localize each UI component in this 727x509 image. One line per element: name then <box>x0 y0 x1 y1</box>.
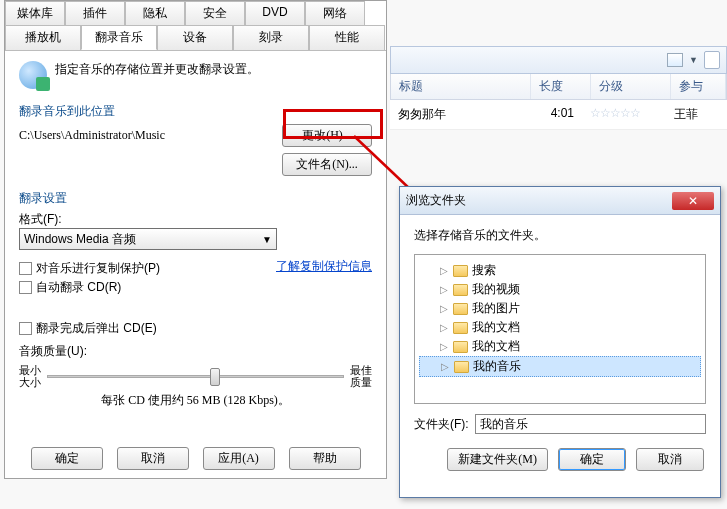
checkbox-eject[interactable] <box>19 322 32 335</box>
group-rip-settings: 翻录设置 <box>19 190 372 207</box>
quality-slider[interactable] <box>47 364 344 388</box>
tree-item[interactable]: ▷我的视频 <box>419 280 701 299</box>
tree-item[interactable]: ▷我的文档 <box>419 337 701 356</box>
tab-performance[interactable]: 性能 <box>309 25 385 50</box>
ok-button[interactable]: 确定 <box>31 447 103 470</box>
quality-hint: 每张 CD 使用约 56 MB (128 Kbps)。 <box>19 392 372 409</box>
slider-max-label: 最佳 质量 <box>350 364 372 388</box>
folder-icon <box>453 341 468 353</box>
cell-length: 4:01 <box>530 106 590 123</box>
dialog-cancel-button[interactable]: 取消 <box>636 448 704 471</box>
close-button[interactable]: ✕ <box>672 192 714 210</box>
tab-rip-music[interactable]: 翻录音乐 <box>81 25 157 50</box>
options-dialog: 媒体库 插件 隐私 安全 DVD 网络 播放机 翻录音乐 设备 刻录 性能 指定… <box>4 0 387 479</box>
library-toolbar: ▼ <box>390 46 727 74</box>
folder-icon <box>453 265 468 277</box>
tab-dvd[interactable]: DVD <box>245 1 305 25</box>
format-value: Windows Media 音频 <box>24 231 136 248</box>
checkbox-auto-rip[interactable] <box>19 281 32 294</box>
format-select[interactable]: Windows Media 音频 ▼ <box>19 228 277 250</box>
tab-security[interactable]: 安全 <box>185 1 245 25</box>
cell-title: 匆匆那年 <box>390 106 530 123</box>
copy-protect-label: 对音乐进行复制保护(P) <box>36 260 160 277</box>
tab-network[interactable]: 网络 <box>305 1 365 25</box>
folder-icon <box>453 322 468 334</box>
apply-button[interactable]: 应用(A) <box>203 447 275 470</box>
browse-folder-dialog: 浏览文件夹 ✕ 选择存储音乐的文件夹。 ▷搜索 ▷我的视频 ▷我的图片 ▷我的文… <box>399 186 721 498</box>
tab-devices[interactable]: 设备 <box>157 25 233 50</box>
tab-privacy[interactable]: 隐私 <box>125 1 185 25</box>
header-description: 指定音乐的存储位置并更改翻录设置。 <box>55 61 259 78</box>
tree-item-selected[interactable]: ▷我的音乐 <box>419 356 701 377</box>
cell-artist: 王菲 <box>670 106 727 123</box>
slider-min-label: 最小 大小 <box>19 364 41 388</box>
new-folder-button[interactable]: 新建文件夹(M) <box>447 448 548 471</box>
col-artist[interactable]: 参与 <box>671 74 726 99</box>
tab-media-library[interactable]: 媒体库 <box>5 1 65 25</box>
library-table: ▼ 标题 长度 分级 参与 匆匆那年 4:01 ☆☆☆☆☆ 王菲 <box>390 46 727 130</box>
tree-item[interactable]: ▷搜索 <box>419 261 701 280</box>
checkbox-copy-protect[interactable] <box>19 262 32 275</box>
format-label: 格式(F): <box>19 211 372 228</box>
tree-item[interactable]: ▷我的文档 <box>419 318 701 337</box>
expand-icon[interactable]: ▷ <box>439 303 449 314</box>
table-row[interactable]: 匆匆那年 4:01 ☆☆☆☆☆ 王菲 <box>390 100 727 130</box>
expand-icon[interactable]: ▷ <box>439 284 449 295</box>
toolbar-dropdown-icon[interactable]: ▼ <box>689 55 698 65</box>
folder-icon <box>453 284 468 296</box>
help-button[interactable]: 帮助 <box>289 447 361 470</box>
tab-plugins[interactable]: 插件 <box>65 1 125 25</box>
folder-input[interactable] <box>475 414 706 434</box>
tab-burn[interactable]: 刻录 <box>233 25 309 50</box>
cancel-button[interactable]: 取消 <box>117 447 189 470</box>
learn-copy-protect-link[interactable]: 了解复制保护信息 <box>276 258 372 275</box>
expand-icon[interactable]: ▷ <box>439 341 449 352</box>
tab-player[interactable]: 播放机 <box>5 25 81 50</box>
search-box[interactable] <box>704 51 720 69</box>
cell-rating[interactable]: ☆☆☆☆☆ <box>590 106 670 123</box>
expand-icon[interactable]: ▷ <box>439 265 449 276</box>
auto-rip-label: 自动翻录 CD(R) <box>36 279 121 296</box>
tab-strip: 媒体库 插件 隐私 安全 DVD 网络 播放机 翻录音乐 设备 刻录 性能 <box>5 1 386 51</box>
filename-button[interactable]: 文件名(N)... <box>282 153 372 176</box>
folder-field-label: 文件夹(F): <box>414 416 469 433</box>
dialog-prompt: 选择存储音乐的文件夹。 <box>414 227 706 244</box>
folder-tree[interactable]: ▷搜索 ▷我的视频 ▷我的图片 ▷我的文档 ▷我的文档 ▷我的音乐 <box>414 254 706 404</box>
expand-icon[interactable]: ▷ <box>439 322 449 333</box>
folder-icon <box>453 303 468 315</box>
slider-thumb[interactable] <box>210 368 220 386</box>
col-length[interactable]: 长度 <box>531 74 591 99</box>
expand-icon[interactable]: ▷ <box>440 361 450 372</box>
eject-label: 翻录完成后弹出 CD(E) <box>36 320 157 337</box>
chevron-down-icon: ▼ <box>262 234 272 245</box>
folder-icon <box>454 361 469 373</box>
dialog-title: 浏览文件夹 <box>406 192 466 209</box>
col-title[interactable]: 标题 <box>391 74 531 99</box>
quality-label: 音频质量(U): <box>19 343 372 360</box>
highlight-change-button <box>283 109 383 139</box>
dialog-ok-button[interactable]: 确定 <box>558 448 626 471</box>
rip-path: C:\Users\Administrator\Music <box>19 128 165 143</box>
view-options-icon[interactable] <box>667 53 683 67</box>
col-rating[interactable]: 分级 <box>591 74 671 99</box>
tree-item[interactable]: ▷我的图片 <box>419 299 701 318</box>
cd-rip-icon <box>19 61 47 89</box>
